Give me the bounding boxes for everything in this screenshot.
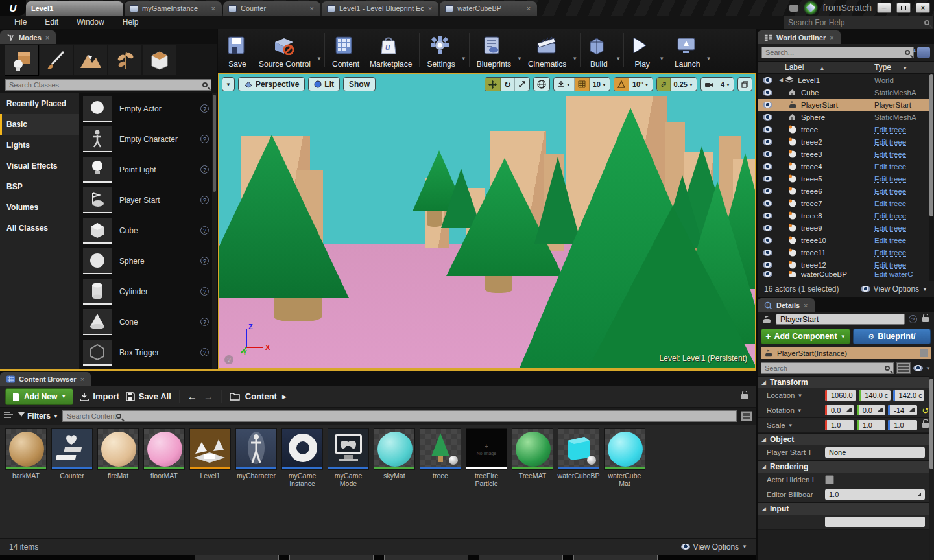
level-viewport[interactable]: Z X Y ? Level: Level1 (Persistent) ▼ [218,73,756,369]
taskbar-item[interactable] [573,555,658,560]
close-button[interactable]: × [916,3,930,13]
outliner-row-treee2[interactable]: treee2Edit treee [758,135,934,148]
maximize-viewport-button[interactable] [737,77,752,91]
visibility-eye-icon[interactable] [763,188,772,194]
camera-speed-value[interactable]: 4▼ [717,78,734,91]
close-icon[interactable]: × [80,375,84,383]
asset-mycharacter[interactable]: myCharacter [235,428,277,488]
input-section-header[interactable]: ◢Input [758,502,934,515]
world-outliner-tab[interactable]: World Outliner × [758,30,841,44]
edit-blueprint-link[interactable]: Edit waterC [874,271,934,277]
menu-help[interactable]: Help [114,18,148,27]
edit-blueprint-link[interactable]: Edit treee [874,237,934,244]
camera-speed-button[interactable] [701,78,717,91]
outliner-view-options-button[interactable]: View Options▼ [861,285,928,294]
outliner-row-treee5[interactable]: treee5Edit treee [758,172,934,185]
place-mode-button[interactable] [5,45,38,75]
asset-skymat[interactable]: skyMat [374,428,415,488]
modes-scrollbar[interactable] [212,93,217,369]
visibility-eye-icon[interactable] [763,77,772,84]
toolbar-launch-button[interactable]: Launch [670,30,704,70]
toolbar-cinematics-button[interactable]: Cinematics [523,30,571,70]
close-icon[interactable]: × [310,5,314,12]
modes-tab[interactable]: Modes × [0,30,56,44]
visibility-eye-icon[interactable] [763,151,772,158]
player-start-tag-field[interactable]: None [825,447,925,458]
place-item-cone[interactable]: Cone? [79,307,217,337]
outliner-row-treee8[interactable]: treee8Edit treee [758,209,934,222]
taskbar-item[interactable] [195,555,279,560]
visibility-eye-icon[interactable] [763,271,772,277]
dropdown-arrow-icon[interactable]: ▼ [317,56,322,62]
outliner-row-treee4[interactable]: treee4Edit treee [758,160,934,172]
toolbar-settings-button[interactable]: Settings [422,30,459,70]
help-icon[interactable]: ? [200,135,209,143]
scale-snap-toggle[interactable]: ⬀ [657,78,671,91]
scale-snap-value[interactable]: 0.25▼ [671,78,697,91]
visibility-eye-icon[interactable] [763,89,772,96]
scale-z-field[interactable]: 1.0 [888,420,917,430]
scale-y-field[interactable]: 1.0 [857,420,886,430]
component-instance-row[interactable]: PlayerStart(Instance) [761,347,931,359]
add-component-button[interactable]: +Add Component▼ [761,329,850,344]
outliner-row-treee12[interactable]: treee12Edit treee [758,259,934,271]
close-icon[interactable]: × [830,34,833,41]
close-icon[interactable]: × [428,5,432,12]
asset-watercube-mat[interactable]: waterCube Mat [604,428,645,488]
viewport-help-icon[interactable]: ? [224,355,234,364]
category-visual-effects[interactable]: Visual Effects [0,156,79,176]
asset-barkmat[interactable]: barkMAT [5,428,47,488]
asset-level1[interactable]: Level1 [189,428,231,488]
breadcrumb[interactable]: Content ▶ [230,391,287,401]
outliner-row-treee[interactable]: treeeEdit treee [758,123,934,135]
toolbar-content-button[interactable]: Content [328,30,364,70]
edit-blueprint-link[interactable]: Edit treee [874,261,934,269]
asset-counter[interactable]: Counter [51,428,93,488]
toolbar-build-button[interactable]: Build [583,30,614,70]
save-search-button[interactable] [741,411,752,421]
edit-blueprint-link[interactable]: Edit treee [874,163,934,170]
outliner-row-treee10[interactable]: treee10Edit treee [758,234,934,246]
viewport-options-dropdown[interactable]: ▼ [222,77,235,91]
help-icon[interactable]: ? [200,318,209,326]
visibility-eye-icon[interactable] [763,139,772,145]
asset-mygame-instance[interactable]: myGame Instance [281,428,323,488]
dropdown-arrow-icon[interactable]: ▼ [706,56,711,62]
move-tool-button[interactable] [485,78,501,91]
dropdown-arrow-icon[interactable]: ▼ [461,56,466,62]
outliner-row-treee3[interactable]: treee3Edit treee [758,148,934,160]
asset-firemat[interactable]: fireMat [97,428,139,488]
category-lights[interactable]: Lights [0,135,79,156]
blueprint-button[interactable]: ⚙Blueprint/ [853,329,931,344]
outliner-row-playerstart[interactable]: PlayerStartPlayerStart [758,99,934,111]
surface-snap-button[interactable]: ▼ [554,78,575,91]
restore-button[interactable] [896,3,911,13]
rotate-tool-button[interactable]: ↻ [501,78,515,91]
visibility-eye-icon[interactable] [763,200,772,207]
place-item-empty-actor[interactable]: Empty Actor? [79,93,217,124]
location-label[interactable]: Location▼ [758,391,825,399]
details-scrollbar[interactable] [929,376,934,560]
menu-edit[interactable]: Edit [36,18,67,27]
dropdown-arrow-icon[interactable]: ▼ [517,56,522,62]
search-classes-input[interactable]: Search Classes [5,79,211,91]
rotation-y-field[interactable]: 0.0 [857,405,886,415]
visibility-eye-icon[interactable] [763,213,772,219]
help-icon[interactable]: ? [200,226,209,235]
show-button[interactable]: Show [343,77,376,91]
place-item-point-light[interactable]: Point Light? [79,154,217,185]
close-icon[interactable]: × [211,5,215,12]
add-new-button[interactable]: Add New▼ [5,388,73,405]
outliner-row-level1[interactable]: ◀Level1World [758,74,934,86]
help-icon[interactable]: ? [200,104,209,113]
forward-button[interactable]: → [204,391,213,402]
edit-blueprint-link[interactable]: Edit treee [874,200,934,207]
help-icon[interactable]: ? [200,165,209,174]
rotation-z-field[interactable]: -14 [888,405,917,415]
asset-treefire-particle[interactable]: +No ImagetreeFire Particle [466,428,507,488]
perspective-button[interactable]: Perspective [238,77,305,91]
angle-snap-toggle[interactable] [614,78,629,91]
edit-blueprint-link[interactable]: Edit treee [874,138,934,146]
actor-hidden-checkbox[interactable] [825,475,834,484]
outliner-row-sphere[interactable]: SphereStaticMeshA [758,111,934,123]
